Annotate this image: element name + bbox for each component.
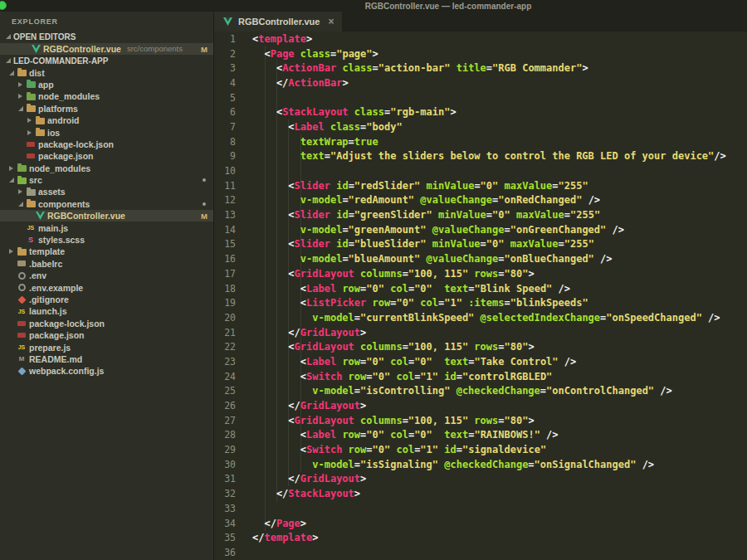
code-line[interactable]: 3 <ActionBar class="action-bar" title="R… bbox=[214, 61, 747, 75]
tree-item-platforms[interactable]: platforms bbox=[0, 103, 213, 114]
vue-icon bbox=[30, 44, 42, 53]
code-line[interactable]: 22 <GridLayout columns="100, 115" rows="… bbox=[214, 339, 747, 354]
chevron-expanded-icon[interactable] bbox=[7, 176, 16, 184]
chevron-collapsed-icon[interactable] bbox=[25, 116, 34, 124]
chevron-collapsed-icon[interactable] bbox=[16, 80, 25, 89]
tree-item-node-modules[interactable]: node_modules bbox=[0, 90, 213, 102]
code-line[interactable]: 19 <ListPicker row="0" col="1" :items="b… bbox=[214, 295, 747, 310]
code-line[interactable]: 10 bbox=[214, 163, 747, 178]
tree-item-.babelrc[interactable]: .babelrc bbox=[0, 258, 213, 270]
code-line[interactable]: 7 <Label class="body" bbox=[214, 119, 747, 134]
tree-item-ios[interactable]: ios bbox=[0, 126, 213, 138]
code-line[interactable]: 12 v-model="redAmount" @valueChange="onR… bbox=[214, 193, 747, 208]
chevron-collapsed-icon[interactable] bbox=[25, 129, 34, 137]
item-label: RGBController.vue bbox=[43, 44, 121, 54]
section-label: LED-COMMANDER-APP bbox=[13, 56, 108, 66]
tab-rgbcontroller-vue[interactable]: RGBController.vue × bbox=[214, 12, 342, 32]
code-line[interactable]: 11 <Slider id="redSlider" minValue="0" m… bbox=[214, 178, 747, 193]
code-line[interactable]: 26 </GridLayout> bbox=[214, 398, 747, 413]
chevron-expanded-icon[interactable] bbox=[7, 69, 16, 77]
tree-item-RGBController.vue[interactable]: RGBController.vueM bbox=[0, 210, 213, 222]
chevron-expanded-icon[interactable] bbox=[16, 200, 25, 208]
code-line[interactable]: 34 </Page> bbox=[214, 516, 747, 531]
code-text: </template> bbox=[236, 532, 318, 543]
code-line[interactable]: 4 </ActionBar> bbox=[214, 75, 747, 90]
chevron-collapsed-icon[interactable] bbox=[7, 247, 16, 256]
line-number: 26 bbox=[214, 400, 236, 411]
code-line[interactable]: 24 <Switch row="0" col="1" id="controlRG… bbox=[214, 369, 747, 384]
tree-item-package-lock.json[interactable]: package-lock.json bbox=[0, 139, 213, 150]
chevron-collapsed-icon[interactable] bbox=[16, 92, 25, 100]
tree-item-styles.scss[interactable]: Sstyles.scss bbox=[0, 234, 213, 246]
tree-item-node-modules[interactable]: node_modules bbox=[0, 163, 213, 174]
code-line[interactable]: 2 <Page class="page"> bbox=[214, 46, 747, 61]
code-line[interactable]: 18 <Label row="0" col="0" text="Blink Sp… bbox=[214, 281, 747, 296]
tree-item-template[interactable]: template bbox=[0, 246, 213, 257]
folder-assets-icon bbox=[25, 187, 37, 197]
code-line[interactable]: 6 <StackLayout class="rgb-main"> bbox=[214, 105, 747, 119]
chevron-expanded-icon bbox=[3, 32, 12, 41]
code-line[interactable]: 35</template> bbox=[214, 530, 747, 545]
code-line[interactable]: 31 </GridLayout> bbox=[214, 472, 747, 487]
vscode-window: RGBController.vue — led-commander-app EX… bbox=[0, 0, 747, 560]
code-line[interactable]: 13 <Slider id="greenSlider" minValue="0"… bbox=[214, 207, 747, 222]
tree-item-package-lock.json[interactable]: package-lock.json bbox=[0, 318, 213, 329]
chevron-collapsed-icon[interactable] bbox=[16, 187, 25, 196]
tree-item-package.json[interactable]: package.json bbox=[0, 150, 213, 162]
tree-item-RGBController.vue[interactable]: RGBController.vuesrc/componentsM bbox=[0, 43, 213, 55]
tree-item-package.json[interactable]: package.json bbox=[0, 329, 213, 341]
code-line[interactable]: 16 v-model="blueAmount" @valueChange="on… bbox=[214, 251, 747, 266]
item-label: webpack.config.js bbox=[29, 366, 104, 376]
tree-item-components[interactable]: components bbox=[0, 198, 213, 210]
folder-npm-icon bbox=[25, 92, 37, 101]
modified-badge: M bbox=[201, 212, 208, 221]
chevron-expanded-icon[interactable] bbox=[16, 105, 25, 113]
tree-item-assets[interactable]: assets bbox=[0, 186, 213, 197]
chevron-collapsed-icon[interactable] bbox=[7, 164, 16, 173]
code-line[interactable]: 30 v-model="isSignaling" @checkedChange=… bbox=[214, 457, 747, 472]
code-line[interactable]: 8 textWrap=true bbox=[214, 134, 747, 149]
tree-item-prepare.js[interactable]: JSprepare.js bbox=[0, 341, 213, 353]
tree-item-main.js[interactable]: JSmain.js bbox=[0, 222, 213, 233]
line-number: 1 bbox=[214, 33, 236, 45]
code-line[interactable]: 23 <Label row="0" col="0" text="Take Con… bbox=[214, 354, 747, 369]
code-line[interactable]: 27 <GridLayout columns="100, 115" rows="… bbox=[214, 413, 747, 428]
tree-item-src[interactable]: src bbox=[0, 174, 213, 186]
tree-item-android[interactable]: android bbox=[0, 114, 213, 126]
open-editors-header[interactable]: OPEN EDITORS bbox=[0, 31, 213, 43]
tree-item-README.md[interactable]: MREADME.md bbox=[0, 353, 213, 365]
line-number: 9 bbox=[214, 150, 236, 162]
code-line[interactable]: 33 bbox=[214, 501, 747, 516]
line-number: 8 bbox=[214, 136, 236, 148]
code-line[interactable]: 32 </StackLayout> bbox=[214, 486, 747, 501]
tree-item-.gitignore[interactable]: .gitignore bbox=[0, 294, 213, 305]
code-line[interactable]: 14 v-model="greenAmount" @valueChange="o… bbox=[214, 222, 747, 237]
line-number: 15 bbox=[214, 238, 236, 250]
close-tab-icon[interactable]: × bbox=[328, 17, 334, 27]
item-label: dist bbox=[29, 68, 45, 78]
tree-item-.env.example[interactable]: .env.example bbox=[0, 281, 213, 293]
code-line[interactable]: 1<template> bbox=[214, 32, 747, 46]
tree-item-launch.js[interactable]: JSlaunch.js bbox=[0, 305, 213, 317]
code-line[interactable]: 29 <Switch row="0" col="1" id="signaldev… bbox=[214, 442, 747, 457]
tree-item-dist[interactable]: dist bbox=[0, 66, 213, 78]
code-line[interactable]: 25 v-model="isControlling" @checkedChang… bbox=[214, 384, 747, 399]
code-line[interactable]: 21 </GridLayout> bbox=[214, 325, 747, 340]
line-number: 19 bbox=[214, 297, 236, 309]
code-line[interactable]: 36 bbox=[214, 545, 747, 560]
project-root-header[interactable]: LED-COMMANDER-APP bbox=[0, 55, 213, 67]
code-line[interactable]: 15 <Slider id="blueSlider" minValue="0" … bbox=[214, 237, 747, 252]
code-text: <Switch row="0" col="1" id="controlRGBLE… bbox=[236, 371, 552, 382]
code-editor[interactable]: 1<template>2 <Page class="page">3 <Actio… bbox=[214, 32, 747, 560]
code-line[interactable]: 5 bbox=[214, 90, 747, 105]
tree-item-webpack.config.js[interactable]: webpack.config.js bbox=[0, 365, 213, 377]
item-label: .gitignore bbox=[29, 295, 69, 304]
code-line[interactable]: 17 <GridLayout columns="100, 115" rows="… bbox=[214, 266, 747, 281]
code-line[interactable]: 28 <Label row="0" col="0" text="RAINBOWS… bbox=[214, 428, 747, 443]
code-line[interactable]: 9 text="Adjust the sliders below to cont… bbox=[214, 149, 747, 164]
window-button-green-icon[interactable] bbox=[0, 1, 7, 10]
open-editors-list: RGBController.vuesrc/componentsM bbox=[0, 43, 213, 55]
code-line[interactable]: 20 v-model="currentBlinkSpeed" @selected… bbox=[214, 310, 747, 325]
tree-item-app[interactable]: app bbox=[0, 79, 213, 90]
tree-item-.env[interactable]: .env bbox=[0, 270, 213, 281]
